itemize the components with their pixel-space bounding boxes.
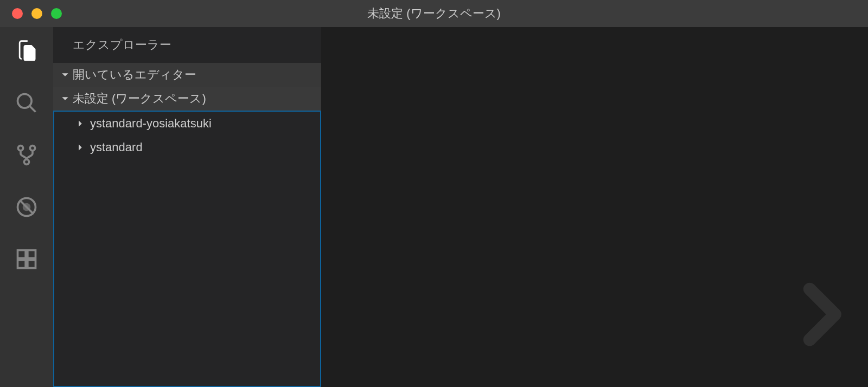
sidebar-title: エクスプローラー (53, 27, 321, 63)
window-title: 未設定 (ワークスペース) (0, 5, 868, 22)
chevron-right-icon (76, 120, 85, 127)
window-controls (0, 8, 62, 19)
svg-point-3 (30, 146, 35, 151)
folder-name: ystandard-yosiakatsuki (90, 117, 212, 131)
search-icon (15, 91, 39, 117)
svg-point-0 (18, 94, 32, 108)
activity-search[interactable] (0, 89, 53, 119)
svg-point-7 (23, 203, 31, 211)
folder-name: ystandard (90, 140, 143, 154)
section-label: 開いているエディター (73, 67, 196, 83)
git-branch-icon (15, 143, 39, 169)
svg-point-4 (24, 159, 29, 164)
folder-item[interactable]: ystandard-yosiakatsuki (54, 112, 320, 136)
svg-rect-11 (28, 260, 36, 268)
chevron-down-icon (61, 71, 69, 79)
chevron-right-icon (76, 144, 85, 151)
folder-item[interactable]: ystandard (54, 136, 320, 159)
debug-icon (15, 195, 39, 221)
svg-rect-9 (28, 250, 36, 259)
minimize-window-button[interactable] (31, 8, 42, 19)
editor-area (321, 27, 868, 387)
activity-debug[interactable] (0, 193, 53, 223)
workspace-tree[interactable]: ystandard-yosiakatsuki ystandard (53, 111, 321, 387)
chevron-right-watermark-icon (781, 276, 857, 354)
extensions-icon (15, 247, 39, 273)
section-label: 未設定 (ワークスペース) (73, 91, 206, 107)
activity-bar (0, 27, 53, 387)
activity-source-control[interactable] (0, 141, 53, 171)
activity-explorer[interactable] (0, 37, 53, 67)
sidebar: エクスプローラー 開いているエディター 未設定 (ワークスペース) ystand… (53, 27, 321, 387)
section-workspace[interactable]: 未設定 (ワークスペース) (53, 87, 321, 111)
section-open-editors[interactable]: 開いているエディター (53, 63, 321, 87)
activity-extensions[interactable] (0, 245, 53, 275)
close-window-button[interactable] (12, 8, 23, 19)
svg-rect-10 (18, 260, 26, 268)
svg-point-2 (18, 146, 23, 151)
files-icon (15, 39, 39, 65)
chevron-down-icon (61, 95, 69, 102)
maximize-window-button[interactable] (51, 8, 62, 19)
svg-line-1 (30, 106, 36, 112)
main-area: エクスプローラー 開いているエディター 未設定 (ワークスペース) ystand… (0, 27, 868, 387)
titlebar: 未設定 (ワークスペース) (0, 0, 868, 27)
svg-rect-8 (18, 250, 26, 259)
